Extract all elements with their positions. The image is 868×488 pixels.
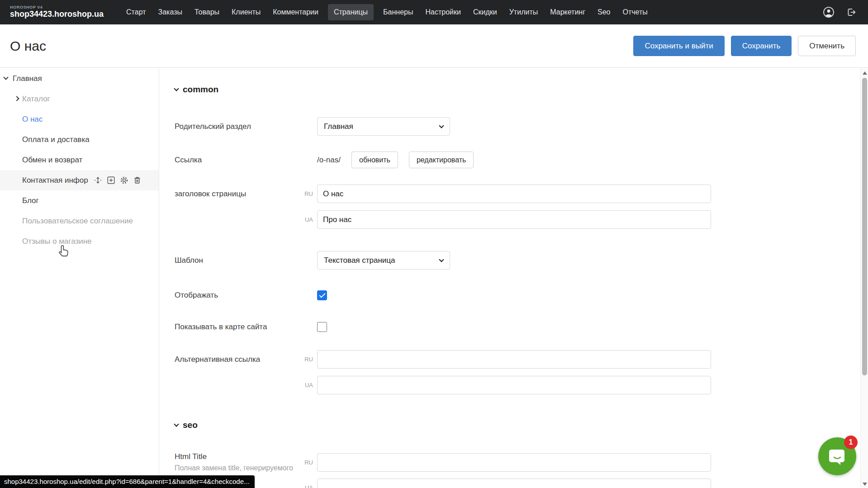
nav-item-comments[interactable]: Комментарии [270,4,321,20]
tree-item-home[interactable]: Главная [0,68,159,89]
field-label: Html Title [175,452,298,461]
tree-item-about[interactable]: О нас [0,109,159,129]
section-title: common [183,85,218,95]
save-exit-button[interactable]: Сохранить и выйти [633,36,724,56]
field-hint: Полная замена title, генерируемого [175,464,298,472]
tree-item-user-agreement[interactable]: Пользовательское соглашение [0,211,159,231]
nav-item-settings[interactable]: Настройки [422,4,463,20]
nav-item-banners[interactable]: Баннеры [380,4,416,20]
chevron-down-icon [439,123,444,128]
logo-domain-label: shop34423.horoshop.ua [10,10,104,19]
link-update-button[interactable]: обновить [351,152,398,168]
link-row: Ссылка /o-nas/ обновить редактировать [175,152,860,168]
field-label: Ссылка [175,156,298,165]
chevron-down-icon [174,422,179,426]
nav-item-marketing[interactable]: Маркетинг [547,4,588,20]
html-title-ua-input[interactable] [317,479,711,488]
chat-widget-button[interactable]: 1 [818,437,856,475]
display-checkbox[interactable] [317,290,327,300]
nav-item-clients[interactable]: Клиенты [229,4,263,20]
field-label: Показывать в карте сайта [175,322,298,332]
tree-item-store-reviews[interactable]: Отзывы о магазине [0,231,159,251]
page-header: О нас Сохранить и выйти Сохранить Отмени… [0,24,868,68]
html-title-ua-row: UA [175,479,860,488]
tree-item-label: Главная [13,74,42,83]
move-icon[interactable] [94,176,102,185]
nav-item-reports[interactable]: Отчеты [620,4,650,20]
template-row: Шаблон Текстовая страница [175,251,860,270]
nav-item-utilities[interactable]: Утилиты [507,4,541,20]
field-label: Родительский раздел [175,122,298,131]
account-icon[interactable] [823,6,835,18]
tree-item-exchange-return[interactable]: Обмен и возврат [0,150,159,170]
lang-badge-ru: RU [298,190,317,197]
alt-link-ua-input[interactable] [317,376,711,394]
page-title-ru-input[interactable] [317,185,711,203]
save-button[interactable]: Сохранить [731,36,792,56]
alt-link-ru-input[interactable] [317,350,711,369]
tree-item-label: Отзывы о магазине [22,237,92,246]
chat-unread-badge: 1 [844,436,858,449]
html-title-ru-row: Html Title Полная замена title, генериру… [175,452,860,472]
scroll-up-arrow[interactable] [863,71,867,75]
pages-tree-sidebar: Главная Каталог О нас Оплата и доставка … [0,68,159,488]
app-window: HOROSHOP V4 shop34423.horoshop.ua Старт … [0,0,868,488]
html-title-ru-input[interactable] [317,453,711,472]
lang-badge-ru: RU [298,356,317,363]
page-title: О нас [10,38,46,54]
lang-badge-ua: UA [298,484,317,488]
lang-badge-ua: UA [298,216,317,223]
cancel-button[interactable]: Отменить [798,36,856,56]
trash-icon[interactable] [133,176,142,185]
field-label: Альтернативная ссылка [175,355,298,364]
nav-item-orders[interactable]: Заказы [156,4,185,20]
section-common-header[interactable]: common [175,85,860,95]
select-value: Главная [324,122,353,131]
sitemap-checkbox[interactable] [317,322,327,332]
add-icon[interactable] [107,176,115,185]
header-actions: Сохранить и выйти Сохранить Отменить [633,36,856,56]
field-label: заголовок страницы [175,190,298,199]
tree-item-label: Контактная инфор [22,176,88,185]
chevron-right-icon [14,96,19,101]
page-title-ua-row: UA [175,210,860,229]
nav-item-seo[interactable]: Seo [595,4,613,20]
parent-section-select[interactable]: Главная [317,117,450,136]
field-label: Шаблон [175,256,298,265]
page-title-ru-row: заголовок страницы RU [175,185,860,203]
link-edit-button[interactable]: редактировать [409,152,474,168]
tree-item-payment-delivery[interactable]: Оплата и доставка [0,129,159,150]
lang-badge-ru: RU [298,459,317,466]
chevron-down-icon [3,75,8,80]
nav-item-products[interactable]: Товары [192,4,222,20]
sitemap-row: Показывать в карте сайта [175,322,860,332]
tree-item-label: Блог [22,196,39,205]
scroll-down-arrow[interactable] [863,483,867,486]
chat-bubble-icon [827,446,848,467]
scrollbar-thumb[interactable] [862,78,867,375]
tree-item-label: О нас [22,115,43,124]
section-seo-header[interactable]: seo [175,420,860,430]
tree-item-catalog[interactable]: Каталог [0,89,159,109]
alt-link-ru-row: Альтернативная ссылка RU [175,350,860,369]
tree-item-blog[interactable]: Блог [0,190,159,211]
gear-icon[interactable] [120,176,128,185]
page-edit-form: common Родительский раздел Главная Ссылк… [160,68,860,488]
template-select[interactable]: Текстовая страница [317,251,450,270]
vertical-scrollbar[interactable] [860,68,868,488]
tree-item-contact-info[interactable]: Контактная инфор [0,170,159,190]
logout-icon[interactable] [845,6,857,18]
tree-item-label: Обмен и возврат [22,156,82,165]
status-url-tooltip: shop34423.horoshop.ua/edit/edit.php?id=6… [0,475,255,488]
tree-item-actions [94,176,142,185]
nav-item-discounts[interactable]: Скидки [470,4,500,20]
display-row: Отображать [175,290,860,300]
navbar-actions [823,6,857,18]
nav-item-start[interactable]: Старт [123,4,148,20]
alt-link-ua-row: UA [175,376,860,394]
tree-item-label: Каталог [22,95,50,104]
nav-item-pages[interactable]: Страницы [328,4,374,20]
page-title-ua-input[interactable] [317,210,711,229]
field-label: Отображать [175,291,298,300]
logo[interactable]: HOROSHOP V4 shop34423.horoshop.ua [10,5,104,19]
